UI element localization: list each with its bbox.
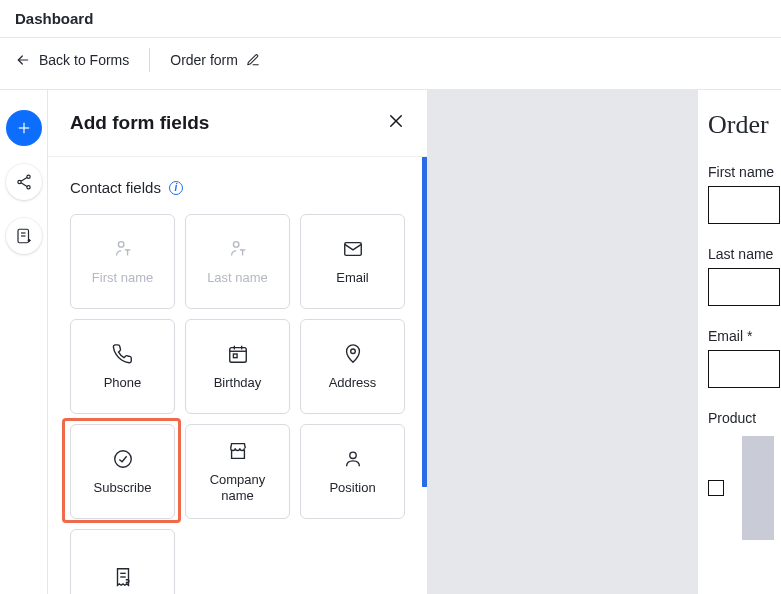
person-t-icon (112, 238, 134, 260)
share-icon (15, 173, 33, 191)
form-preview-title: Order (708, 110, 781, 140)
panel-body: Contact fields i First nameLast nameEmai… (48, 157, 427, 594)
section-title: Contact fields i (70, 179, 405, 196)
svg-line-6 (21, 178, 27, 182)
svg-point-4 (17, 180, 20, 183)
topbar: Back to Forms Order form (0, 37, 781, 82)
field-tile-label: Phone (104, 375, 142, 391)
field-tile-position[interactable]: Position (300, 424, 405, 519)
form-name-label: Order form (170, 52, 238, 68)
field-tile-label: Company name (198, 472, 278, 503)
check-circle-icon (112, 448, 134, 470)
dashboard-title: Dashboard (0, 0, 781, 37)
share-button[interactable] (6, 164, 42, 200)
form-preview: Order First nameLast nameEmail *Product (698, 90, 781, 594)
close-panel-button[interactable] (387, 112, 405, 134)
checkbox[interactable] (708, 480, 724, 496)
field-tiles-grid: First nameLast nameEmailPhoneBirthdayAdd… (70, 214, 405, 594)
envelope-icon (342, 238, 364, 260)
panel-title: Add form fields (70, 112, 209, 134)
field-tile-birthday[interactable]: Birthday (185, 319, 290, 414)
plus-icon (15, 119, 33, 137)
text-input[interactable] (708, 268, 780, 306)
field-tile-label: Address (329, 375, 377, 391)
arrow-left-icon (15, 52, 31, 68)
field-tile-label: Email (336, 270, 369, 286)
field-tile-subscribe[interactable]: Subscribe (70, 424, 175, 519)
svg-line-7 (21, 183, 27, 187)
panel-header: Add form fields (48, 90, 427, 157)
add-fields-panel: Add form fields Contact fields i First n… (48, 90, 428, 594)
back-to-forms-label: Back to Forms (39, 52, 129, 68)
sidebar (0, 90, 48, 594)
product-thumbnail (742, 436, 774, 540)
field-tile-label: Position (329, 480, 375, 496)
person-icon (342, 448, 364, 470)
field-label: Last name (708, 246, 781, 262)
field-label: Email * (708, 328, 781, 344)
pin-icon (342, 343, 364, 365)
svg-point-5 (26, 186, 29, 189)
form-field-2: Email * (708, 328, 781, 388)
field-label: Product (708, 410, 781, 426)
divider (149, 48, 150, 72)
field-tile-last-name: Last name (185, 214, 290, 309)
field-tile-company[interactable]: Company name (185, 424, 290, 519)
storefront-icon (227, 440, 249, 462)
field-tile-email[interactable]: Email (300, 214, 405, 309)
field-tile-phone[interactable]: Phone (70, 319, 175, 414)
field-tile-label: Birthday (214, 375, 262, 391)
form-add-icon (15, 227, 33, 245)
field-tile-label: Last name (207, 270, 268, 286)
calendar-icon (227, 343, 249, 365)
field-tile-address[interactable]: Address (300, 319, 405, 414)
info-icon[interactable]: i (169, 181, 183, 195)
person-t-icon (227, 238, 249, 260)
text-input[interactable] (708, 186, 780, 224)
field-tile-tax-id[interactable] (70, 529, 175, 594)
product-option[interactable] (708, 436, 781, 540)
form-field-3: Product (708, 410, 781, 540)
text-input[interactable] (708, 350, 780, 388)
section-title-text: Contact fields (70, 179, 161, 196)
pencil-icon (246, 53, 260, 67)
svg-point-3 (26, 175, 29, 178)
main: Add form fields Contact fields i First n… (0, 89, 781, 594)
form-fields: First nameLast nameEmail *Product (708, 164, 781, 540)
field-label: First name (708, 164, 781, 180)
form-settings-button[interactable] (6, 218, 42, 254)
field-tile-label: First name (92, 270, 153, 286)
add-field-button[interactable] (6, 110, 42, 146)
form-field-1: Last name (708, 246, 781, 306)
form-name-button[interactable]: Order form (170, 52, 260, 68)
field-tile-first-name: First name (70, 214, 175, 309)
receipt-icon (112, 566, 134, 588)
close-icon (387, 112, 405, 130)
back-to-forms-link[interactable]: Back to Forms (15, 52, 129, 68)
phone-icon (112, 343, 134, 365)
scrollbar[interactable] (422, 157, 427, 487)
field-tile-label: Subscribe (94, 480, 152, 496)
preview-gutter (428, 90, 698, 594)
form-field-0: First name (708, 164, 781, 224)
